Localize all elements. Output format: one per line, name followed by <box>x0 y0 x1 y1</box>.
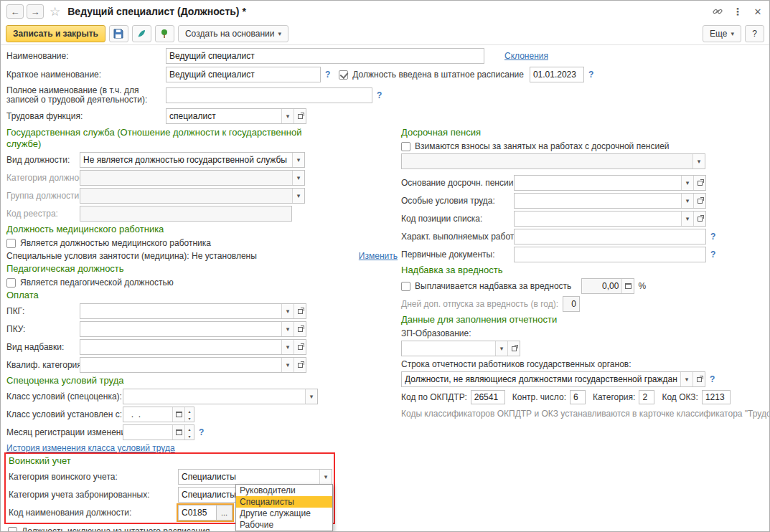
dropdown-arrow-icon[interactable]: ▾ <box>680 372 692 386</box>
open-form-button[interactable] <box>294 340 306 354</box>
dropdown-arrow-icon[interactable]: ▾ <box>281 322 294 336</box>
pension-basis-select[interactable]: ▾ <box>514 175 706 191</box>
position-kind-select[interactable]: ▾ <box>80 152 305 168</box>
open-form-button[interactable] <box>692 372 705 386</box>
labor-function-input[interactable] <box>166 109 281 123</box>
class-history-link[interactable]: История изменения класса условий труда <box>6 443 175 453</box>
calendar-icon[interactable] <box>172 425 184 440</box>
harm-bonus-checkbox[interactable] <box>401 282 410 291</box>
favorite-star-icon[interactable]: ☆ <box>50 4 60 19</box>
ellipsis-button[interactable]: ... <box>217 505 233 521</box>
qual-category-input[interactable] <box>80 358 281 372</box>
dropdown-list[interactable]: РуководителиСпециалистыДругие служащиеРа… <box>235 484 333 531</box>
dropdown-arrow-icon[interactable]: ▾ <box>319 470 332 484</box>
dropdown-option[interactable]: Специалисты <box>236 496 332 508</box>
dropdown-arrow-icon[interactable]: ▾ <box>281 109 294 123</box>
work-character-field[interactable] <box>514 229 706 244</box>
more-menu-icon[interactable]: ⋮ <box>732 6 743 17</box>
dropdown-arrow-icon[interactable]: ▾ <box>681 194 693 208</box>
bonus-type-select[interactable]: ▾ <box>80 339 306 355</box>
spinner-control[interactable]: ▴▾ <box>184 407 194 422</box>
hint-icon[interactable]: ? <box>710 250 715 260</box>
open-form-button[interactable] <box>693 212 705 226</box>
changes-month-input[interactable] <box>123 425 172 440</box>
name-input[interactable] <box>166 49 484 63</box>
change-link[interactable]: Изменить <box>359 251 398 261</box>
medical-checkbox[interactable] <box>6 239 16 248</box>
spinner-control[interactable]: ▴▾ <box>184 425 194 440</box>
hint-icon[interactable]: ? <box>710 374 715 384</box>
pku-input[interactable] <box>80 322 281 336</box>
dropdown-arrow-icon[interactable]: ▾ <box>281 358 294 372</box>
pkg-input[interactable] <box>80 304 281 318</box>
structure-button[interactable] <box>155 25 174 42</box>
conditions-class-input[interactable] <box>123 389 305 404</box>
work-character-input[interactable] <box>515 229 705 244</box>
special-conditions-input[interactable] <box>515 194 681 208</box>
dropdown-arrow-icon[interactable]: ▾ <box>292 153 304 167</box>
spin-up-icon[interactable]: ▴ <box>185 407 194 414</box>
zp-education-select[interactable]: ▾ <box>401 341 520 356</box>
dropdown-option[interactable]: Рабочие <box>236 519 332 531</box>
primary-docs-field[interactable] <box>514 247 706 262</box>
short-name-field[interactable] <box>166 67 321 82</box>
create-based-on-button[interactable]: Создать на основании ▾ <box>178 25 288 42</box>
military-category-input[interactable] <box>179 470 319 484</box>
calendar-icon[interactable] <box>172 407 184 422</box>
okz-field[interactable] <box>702 390 731 404</box>
get-link-icon[interactable] <box>712 6 723 17</box>
pkg-select[interactable]: ▾ <box>80 303 306 319</box>
hint-icon[interactable]: ? <box>377 90 382 100</box>
spin-down-icon[interactable]: ▾ <box>185 414 194 422</box>
excluded-checkbox[interactable] <box>8 527 17 532</box>
spin-up-icon[interactable]: ▴ <box>185 425 194 432</box>
position-kind-input[interactable] <box>80 153 292 167</box>
name-field[interactable] <box>166 48 484 64</box>
full-name-input[interactable] <box>166 88 372 103</box>
position-name-code-field[interactable] <box>178 505 217 521</box>
short-name-input[interactable] <box>166 67 320 82</box>
pension-contributions-checkbox[interactable] <box>401 142 410 151</box>
declension-link[interactable]: Склонения <box>504 51 548 61</box>
hint-icon[interactable]: ? <box>710 232 715 242</box>
control-number-input[interactable] <box>571 391 585 404</box>
pku-select[interactable]: ▾ <box>80 321 306 337</box>
dropdown-arrow-icon[interactable]: ▾ <box>281 304 294 318</box>
save-button[interactable] <box>109 25 128 42</box>
staffing-date-input[interactable] <box>530 67 583 82</box>
more-button[interactable]: Еще ▾ <box>703 25 741 42</box>
conditions-class-select[interactable]: ▾ <box>123 389 318 404</box>
okpdtr-field[interactable] <box>471 390 505 404</box>
qual-category-select[interactable]: ▾ <box>80 357 306 373</box>
okpdtr-input[interactable] <box>471 391 504 404</box>
hint-icon[interactable]: ? <box>325 70 330 80</box>
staffing-date-field[interactable] <box>530 67 584 82</box>
military-category-select[interactable]: ▾ <box>178 469 332 485</box>
open-form-button[interactable] <box>294 304 306 318</box>
class-set-from-field[interactable]: ▴▾ <box>123 407 194 422</box>
pension-basis-input[interactable] <box>515 176 681 190</box>
dropdown-arrow-icon[interactable]: ▾ <box>305 389 317 404</box>
list-position-code-select[interactable]: ▾ <box>514 211 706 227</box>
open-form-button[interactable] <box>693 176 705 190</box>
hint-icon[interactable]: ? <box>588 70 593 80</box>
category-code-field[interactable] <box>639 390 654 404</box>
forward-button[interactable]: → <box>27 4 44 19</box>
control-number-field[interactable] <box>570 390 586 404</box>
open-form-button[interactable] <box>294 358 306 372</box>
help-button[interactable]: ? <box>745 25 764 42</box>
pen-button[interactable] <box>132 25 151 42</box>
open-form-button[interactable] <box>294 109 306 123</box>
bonus-type-input[interactable] <box>80 340 281 354</box>
category-code-input[interactable] <box>639 391 654 404</box>
full-name-field[interactable] <box>166 87 372 103</box>
open-form-button[interactable] <box>507 341 520 356</box>
staffing-checkbox[interactable] <box>339 70 348 80</box>
list-position-code-input[interactable] <box>515 212 681 226</box>
zp-education-input[interactable] <box>402 341 495 356</box>
hint-icon[interactable]: ? <box>199 427 204 437</box>
dropdown-arrow-icon[interactable]: ▾ <box>495 341 507 356</box>
back-button[interactable]: ← <box>6 4 24 19</box>
dropdown-option[interactable]: Руководители <box>236 485 332 496</box>
close-icon[interactable]: ✕ <box>752 6 764 17</box>
